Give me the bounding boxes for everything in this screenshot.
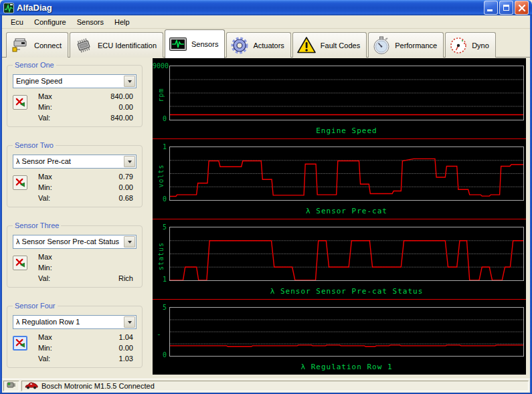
chart-title: Engine Speed — [169, 126, 524, 135]
car-icon — [25, 380, 38, 392]
plot-area — [169, 227, 524, 281]
y-axis-max-label: 1 — [153, 143, 167, 151]
sensor-three-panel: Sensor Three λ Sensor Sensor Pre-cat Sta… — [7, 225, 143, 288]
y-axis-unit-label: ' — [157, 332, 165, 336]
dropdown-arrow-icon[interactable] — [124, 76, 135, 87]
clear-chart-button[interactable] — [13, 256, 27, 270]
group-caption: Sensor One — [13, 61, 56, 69]
chart-engine-speed: 9000 0 rpm Engine Speed — [153, 58, 526, 138]
plug-icon — [6, 380, 17, 392]
val-value: Rich — [118, 274, 133, 285]
y-axis-max-label: 5 — [153, 223, 167, 231]
tab-label: Connect — [34, 41, 62, 50]
status-connection-cell — [3, 381, 19, 391]
dropdown-arrow-icon[interactable] — [124, 316, 135, 328]
sensor-readings: Max0.79 Min:0.00 Val:0.68 — [38, 173, 133, 205]
close-button[interactable] — [515, 1, 529, 15]
plot-area — [169, 66, 524, 120]
sensor-readings: Max1.04 Min:0.00 Val:1.03 — [38, 333, 133, 365]
selected-sensor: Engine Speed — [16, 77, 122, 85]
maximize-button[interactable] — [499, 1, 513, 15]
y-axis-unit-label: rpm — [157, 88, 165, 102]
menu-configure[interactable]: Configure — [29, 17, 72, 27]
chart-lambda-pre-cat: 1 0 volts λ Sensor Pre-cat — [153, 138, 526, 219]
max-value: 840.00 — [110, 92, 133, 103]
charts-region: 9000 0 rpm Engine Speed 1 0 volts λ Sens… — [153, 58, 526, 375]
tab-label: Sensors — [191, 40, 218, 48]
y-axis-unit-label: status — [157, 242, 165, 270]
tab-sensors[interactable]: Sensors — [165, 29, 225, 58]
y-axis-min-label: 1 — [153, 276, 167, 283]
tab-label: Dyno — [472, 41, 489, 50]
val-label: Val: — [38, 114, 50, 124]
titlebar[interactable]: AlfaDiag — [0, 0, 532, 15]
max-label: Max — [38, 173, 52, 183]
sensor-two-select[interactable]: λ Sensor Pre-cat — [13, 155, 137, 169]
y-axis-max-label: 9000 — [153, 62, 167, 70]
group-caption: Sensor Two — [13, 141, 56, 149]
clear-chart-button[interactable] — [13, 95, 27, 110]
chart-title: λ Regulation Row 1 — [169, 363, 524, 371]
val-value: 840.00 — [110, 114, 133, 124]
sensor-readings: Max Min: Val:Rich — [38, 253, 133, 285]
val-label: Val: — [38, 274, 50, 285]
status-message-cell: Bosch Motronic M1.5.5 Connected — [21, 381, 529, 391]
clear-chart-button[interactable] — [13, 175, 27, 190]
tab-label: ECU Identification — [98, 41, 157, 50]
clear-chart-button[interactable] — [13, 336, 27, 351]
status-bar: Bosch Motronic M1.5.5 Connected — [2, 379, 530, 393]
app-icon — [3, 3, 14, 13]
chart-lambda-pre-cat-status: 5 1 status λ Sensor Sensor Pre-cat Statu… — [153, 219, 526, 299]
y-axis-max-label: 5 — [153, 304, 167, 311]
tab-connect[interactable]: Connect — [6, 32, 68, 58]
y-axis-min-label: 0 — [153, 195, 167, 203]
dropdown-arrow-icon[interactable] — [124, 236, 135, 248]
min-label: Min: — [38, 183, 52, 194]
val-value: 0.68 — [119, 194, 133, 205]
dropdown-arrow-icon[interactable] — [124, 156, 135, 167]
max-label: Max — [38, 333, 52, 344]
val-label: Val: — [38, 355, 50, 365]
menu-ecu[interactable]: Ecu — [5, 17, 29, 27]
y-axis-min-label: 0 — [153, 351, 167, 359]
menubar: Ecu Configure Sensors Help — [2, 15, 530, 29]
max-value: 0.79 — [119, 173, 133, 183]
max-label: Max — [38, 92, 52, 103]
gauge-icon — [449, 36, 468, 55]
y-axis-min-label: 0 — [153, 115, 167, 122]
tab-dyno[interactable]: Dyno — [445, 32, 496, 58]
connect-icon — [10, 37, 30, 54]
val-value: 1.03 — [119, 355, 133, 365]
chip-icon — [74, 37, 94, 54]
chart-lambda-regulation: 5 0 ' λ Regulation Row 1 — [153, 299, 526, 375]
status-text: Bosch Motronic M1.5.5 Connected — [41, 382, 155, 390]
selected-sensor: λ Regulation Row 1 — [16, 318, 122, 326]
chart-title: λ Sensor Sensor Pre-cat Status — [169, 287, 524, 296]
tab-label: Fault Codes — [321, 41, 360, 50]
y-axis-unit-label: volts — [157, 164, 165, 187]
menu-help[interactable]: Help — [109, 17, 135, 27]
min-label: Min: — [38, 344, 52, 355]
sensor-two-panel: Sensor Two λ Sensor Pre-cat Max0.79 Min:… — [7, 145, 143, 207]
tab-label: Actuators — [253, 41, 284, 50]
selected-sensor: λ Sensor Pre-cat — [16, 157, 122, 165]
sensor-four-select[interactable]: λ Regulation Row 1 — [13, 315, 137, 329]
tab-performance[interactable]: Performance — [368, 32, 444, 58]
sensor-one-panel: Sensor One Engine Speed Max840.00 Min:0.… — [7, 65, 143, 127]
gear-icon — [230, 36, 249, 55]
plot-area — [169, 146, 524, 201]
sensor-one-select[interactable]: Engine Speed — [13, 74, 137, 88]
minimize-button[interactable] — [484, 1, 498, 15]
app-window: AlfaDiag Ecu Configure Sensors Help Conn… — [0, 0, 532, 394]
min-label: Min: — [38, 264, 52, 274]
plot-area — [169, 307, 524, 357]
tab-actuators[interactable]: Actuators — [226, 32, 290, 58]
oscilloscope-icon — [169, 36, 187, 52]
group-caption: Sensor Three — [13, 221, 61, 229]
menu-sensors[interactable]: Sensors — [72, 17, 109, 27]
sensor-three-select[interactable]: λ Sensor Sensor Pre-cat Status — [13, 235, 137, 249]
window-border-left — [0, 15, 2, 394]
min-value: 0.00 — [119, 183, 133, 194]
tab-ecu-identification[interactable]: ECU Identification — [70, 32, 163, 58]
tab-fault-codes[interactable]: Fault Codes — [292, 32, 367, 58]
